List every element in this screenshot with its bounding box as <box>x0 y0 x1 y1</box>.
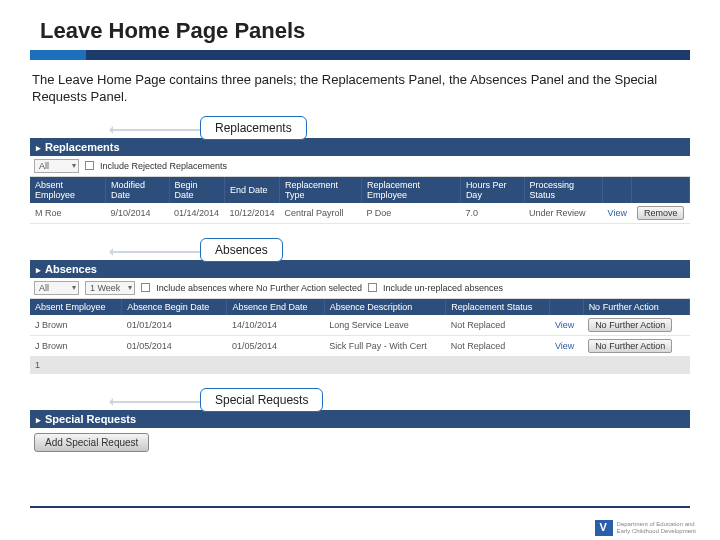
callout-absences: Absences <box>200 238 283 262</box>
cell: Not Replaced <box>446 315 550 336</box>
cell: P Doe <box>362 203 461 224</box>
filter-all-dropdown[interactable]: All <box>34 159 79 173</box>
cell: 10/12/2014 <box>225 203 280 224</box>
accent-bar <box>30 50 690 60</box>
cell: 1 <box>30 356 122 373</box>
replacements-filter-row: All Include Rejected Replacements <box>30 156 690 177</box>
remove-button[interactable]: Remove <box>637 206 685 220</box>
cell: Not Replaced <box>446 335 550 356</box>
callout-connector <box>110 129 200 131</box>
cell: Long Service Leave <box>324 315 446 336</box>
callout-special: Special Requests <box>200 388 323 412</box>
cell: Sick Full Pay - With Cert <box>324 335 446 356</box>
footer-dept-line2: Early Childhood Development <box>617 528 696 535</box>
col-header: Absence End Date <box>227 299 324 315</box>
cell: Under Review <box>524 203 602 224</box>
cell: 01/01/2014 <box>122 315 227 336</box>
cell: 01/14/2014 <box>169 203 224 224</box>
table-row: M Roe 9/10/2014 01/14/2014 10/12/2014 Ce… <box>30 203 690 224</box>
page-title: Leave Home Page Panels <box>30 18 690 44</box>
panel-header-special[interactable]: Special Requests <box>30 410 690 428</box>
view-link[interactable]: View <box>608 208 627 218</box>
col-header: Replacement Type <box>280 177 362 203</box>
filter-period-dropdown[interactable]: 1 Week <box>85 281 135 295</box>
view-link[interactable]: View <box>555 341 574 351</box>
filter-all-dropdown[interactable]: All <box>34 281 79 295</box>
replacements-table: Absent Employee Modified Date Begin Date… <box>30 177 690 224</box>
cell: 9/10/2014 <box>106 203 170 224</box>
col-header: Processing Status <box>524 177 602 203</box>
checkbox-label: Include absences where No Further Action… <box>156 283 362 293</box>
victoria-logo-icon <box>595 520 613 536</box>
view-link[interactable]: View <box>555 320 574 330</box>
cell: 14/10/2014 <box>227 315 324 336</box>
table-row: J Brown 01/05/2014 01/05/2014 Sick Full … <box>30 335 690 356</box>
panel-header-absences[interactable]: Absences <box>30 260 690 278</box>
col-header: Hours Per Day <box>460 177 524 203</box>
col-header: Modified Date <box>106 177 170 203</box>
panel-header-replacements[interactable]: Replacements <box>30 138 690 156</box>
add-special-request-button[interactable]: Add Special Request <box>34 433 149 452</box>
callout-connector <box>110 251 200 253</box>
totals-row: 1 <box>30 356 690 373</box>
callout-replacements: Replacements <box>200 116 307 140</box>
col-header: Replacement Employee <box>362 177 461 203</box>
callout-connector <box>110 401 200 403</box>
col-header: Replacement Status <box>446 299 550 315</box>
include-rejected-checkbox[interactable] <box>85 161 94 170</box>
absences-filter-row: All 1 Week Include absences where No Fur… <box>30 278 690 299</box>
col-header: No Further Action <box>583 299 689 315</box>
checkbox-label: Include un-replaced absences <box>383 283 503 293</box>
cell: Central Payroll <box>280 203 362 224</box>
include-nofurther-checkbox[interactable] <box>141 283 150 292</box>
cell: 7.0 <box>460 203 524 224</box>
intro-text: The Leave Home Page contains three panel… <box>32 72 688 106</box>
col-header <box>603 177 632 203</box>
no-further-action-button[interactable]: No Further Action <box>588 318 672 332</box>
cell: M Roe <box>30 203 106 224</box>
col-header <box>550 299 583 315</box>
cell: 01/05/2014 <box>227 335 324 356</box>
cell: 01/05/2014 <box>122 335 227 356</box>
footer-logo: Department of Education and Early Childh… <box>595 520 696 536</box>
col-header: Absent Employee <box>30 299 122 315</box>
no-further-action-button[interactable]: No Further Action <box>588 339 672 353</box>
col-header: Begin Date <box>169 177 224 203</box>
col-header: Absence Begin Date <box>122 299 227 315</box>
col-header: End Date <box>225 177 280 203</box>
footer-dept-line1: Department of Education and <box>617 521 696 528</box>
include-rejected-label: Include Rejected Replacements <box>100 161 227 171</box>
col-header <box>632 177 690 203</box>
col-header: Absent Employee <box>30 177 106 203</box>
bottom-rule <box>30 506 690 508</box>
cell: J Brown <box>30 315 122 336</box>
include-unreplaced-checkbox[interactable] <box>368 283 377 292</box>
table-row: J Brown 01/01/2014 14/10/2014 Long Servi… <box>30 315 690 336</box>
absences-table: Absent Employee Absence Begin Date Absen… <box>30 299 690 374</box>
col-header: Absence Description <box>324 299 446 315</box>
cell: J Brown <box>30 335 122 356</box>
